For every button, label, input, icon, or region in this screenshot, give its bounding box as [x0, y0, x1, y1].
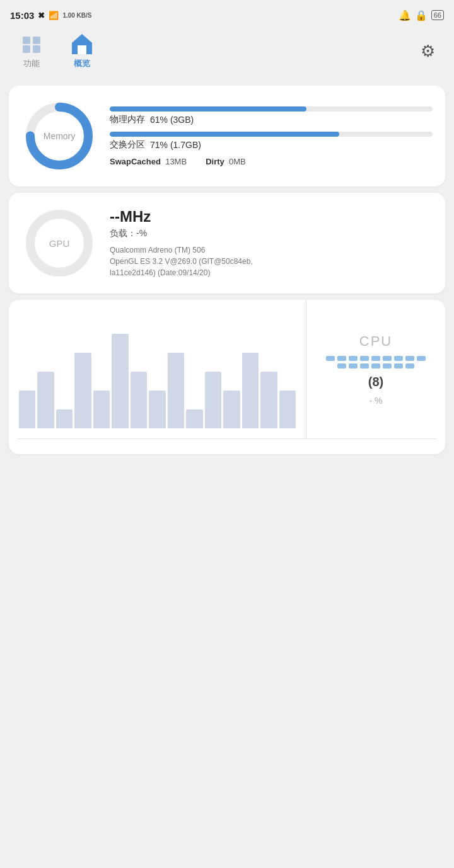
cpu-dot-1: [326, 356, 335, 361]
cpu-dot-15: [394, 363, 403, 368]
cpu-dot-11: [349, 363, 358, 368]
nav-bar: 功能 概览 ⚙: [0, 28, 454, 79]
battery-indicator: 66: [431, 10, 444, 20]
chart-bar-4: [93, 391, 110, 428]
chart-bar-0: [19, 391, 35, 428]
physical-value: 61% (3GB): [150, 115, 194, 125]
physical-bar: [110, 106, 306, 111]
gpu-circle: GPU: [21, 205, 97, 281]
chart-bar-3: [74, 353, 91, 428]
gpu-load-label: 负载：: [110, 228, 136, 238]
chart-bar-7: [149, 391, 165, 428]
swap-bar: [110, 132, 339, 137]
memory-donut-label: Memory: [44, 131, 76, 141]
gpu-load: 负载：-%: [110, 228, 253, 239]
physical-label: 物理内存: [110, 114, 145, 125]
gpu-card: GPU --MHz 负载：-% Qualcomm Adreno (TM) 506…: [9, 193, 445, 294]
cpu-dot-7: [394, 356, 403, 361]
chart-bar-14: [279, 391, 296, 428]
cpu-dot-5: [371, 356, 380, 361]
settings-button[interactable]: ⚙: [421, 42, 435, 61]
cpu-dot-14: [383, 363, 392, 368]
tab-overview[interactable]: 概览: [69, 33, 95, 69]
dirty-value: 0MB: [229, 157, 246, 166]
chart-bar-6: [131, 372, 147, 428]
cpu-summary: CPU (8) - %: [306, 300, 445, 438]
cpu-card: CPU (8) - %: [9, 300, 445, 454]
cpu-dot-16: [405, 363, 414, 368]
cpu-dot-12: [360, 363, 369, 368]
chart-bar-9: [186, 409, 202, 428]
cpu-cores-dots: [325, 356, 426, 368]
cpu-dot-2: [337, 356, 346, 361]
swap-value: 71% (1.7GB): [150, 140, 201, 150]
svg-rect-4: [78, 45, 86, 54]
chart-bar-8: [168, 353, 184, 428]
cpu-percent-label: - %: [370, 396, 383, 406]
time-label: 15:03: [10, 10, 34, 21]
swap-memory-row: 交换分区 71% (1.7GB): [110, 132, 433, 151]
cpu-dot-4: [360, 356, 369, 361]
svg-rect-0: [23, 37, 30, 44]
cpu-dot-6: [383, 356, 392, 361]
gpu-circle-label: GPU: [49, 238, 70, 249]
chart-bar-10: [205, 372, 221, 428]
physical-bar-bg: [110, 106, 433, 111]
tab-overview-label: 概览: [74, 58, 90, 69]
swap-cached-value: 13MB: [165, 157, 187, 166]
cpu-top-section: CPU (8) - %: [9, 300, 445, 438]
status-bar: 15:03 ✖ 📶 1.00 KB/S 🔔 🔒 66: [0, 0, 454, 28]
svg-rect-2: [23, 45, 30, 53]
wifi-icon: 📶: [49, 11, 59, 20]
cpu-dot-10: [337, 363, 346, 368]
cpu-title: CPU: [359, 333, 392, 350]
dirty: Dirty 0MB: [206, 157, 246, 166]
tab-features-label: 功能: [23, 58, 40, 69]
overview-icon: [69, 33, 95, 55]
cpu-dot-13: [371, 363, 380, 368]
chart-bar-1: [37, 372, 54, 428]
cpu-dot-9: [417, 356, 426, 361]
gpu-info: --MHz 负载：-% Qualcomm Adreno (TM) 506 Ope…: [110, 208, 253, 278]
chart-bar-13: [260, 372, 277, 428]
chart-bar-12: [242, 353, 259, 428]
bell-icon: 🔔: [399, 9, 411, 21]
chart-bar-11: [223, 391, 240, 428]
nav-tabs: 功能 概览: [19, 33, 95, 69]
memory-info: 物理内存 61% (3GB) 交换分区 71% (1.7GB) SwapCach…: [110, 106, 433, 166]
physical-memory-row: 物理内存 61% (3GB): [110, 106, 433, 125]
dirty-label: Dirty: [206, 157, 224, 166]
network-speed: 1.00 KB/S: [62, 12, 91, 19]
status-right-icons: 🔔 🔒 66: [399, 9, 444, 21]
features-icon: [19, 33, 44, 55]
cpu-dot-8: [405, 356, 414, 361]
chart-bar-5: [112, 334, 128, 428]
swap-cached: SwapCached 13MB: [110, 157, 187, 166]
swap-cached-label: SwapCached: [110, 157, 161, 166]
lock-icon: 🔒: [415, 9, 428, 21]
cpu-cores-count: (8): [368, 375, 383, 389]
memory-footer: SwapCached 13MB Dirty 0MB: [110, 157, 433, 166]
svg-rect-1: [33, 37, 40, 44]
gpu-detail2: OpenGL ES 3.2 V@269.0 (GIT@50c84eb,: [110, 256, 253, 267]
gpu-mhz: --MHz: [110, 208, 253, 226]
cpu-dot-3: [349, 356, 358, 361]
gpu-detail3: la11ce2d146) (Date:09/14/20): [110, 267, 253, 278]
memory-donut: Memory: [21, 98, 97, 174]
gpu-load-value: -%: [136, 228, 147, 238]
swap-label: 交换分区: [110, 139, 145, 151]
sim-icon: ✖: [38, 11, 45, 20]
svg-rect-3: [33, 45, 40, 53]
cpu-chart-area: [9, 300, 306, 438]
cpu-chart-bars: [19, 310, 296, 428]
swap-bar-bg: [110, 132, 433, 137]
cpu-cores-grid: [9, 439, 445, 454]
gpu-detail1: Qualcomm Adreno (TM) 506: [110, 244, 253, 256]
memory-card: Memory 物理内存 61% (3GB) 交换分区 71% (1.7GB): [9, 86, 445, 186]
chart-bar-2: [56, 409, 73, 428]
tab-features[interactable]: 功能: [19, 33, 44, 69]
